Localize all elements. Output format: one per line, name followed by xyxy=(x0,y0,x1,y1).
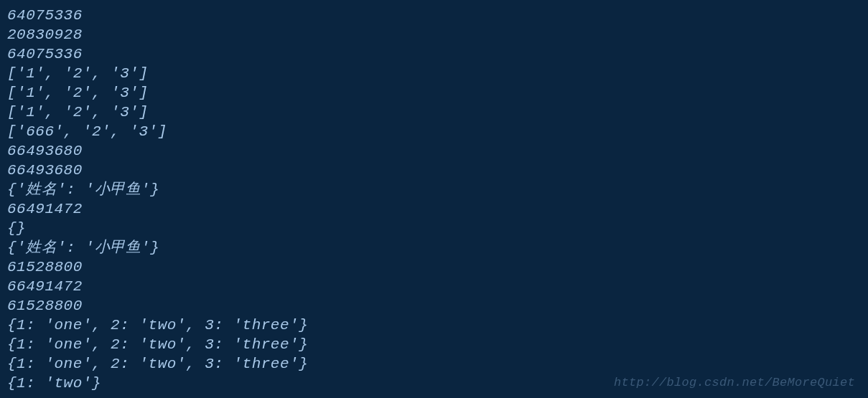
output-line: ['1', '2', '3'] xyxy=(7,83,861,103)
output-line: {'姓名': '小甲鱼'} xyxy=(7,238,861,257)
output-line: {'姓名': '小甲鱼'} xyxy=(7,180,861,199)
output-line: {1: 'one', 2: 'two', 3: 'three'} xyxy=(7,354,861,374)
output-line: 20830928 xyxy=(7,25,861,44)
watermark-text: http://blog.csdn.net/BeMoreQuiet xyxy=(614,376,855,389)
output-line: ['1', '2', '3'] xyxy=(7,64,861,83)
output-line: 61528800 xyxy=(7,296,861,316)
output-line: 61528800 xyxy=(7,257,861,277)
output-line: ['666', '2', '3'] xyxy=(7,122,861,141)
output-line: 64075336 xyxy=(7,6,861,25)
output-line: 66491472 xyxy=(7,199,861,219)
output-line: ['1', '2', '3'] xyxy=(7,103,861,122)
output-line: 64075336 xyxy=(7,44,861,64)
output-line: {} xyxy=(7,219,861,238)
output-line: 66493680 xyxy=(7,141,861,161)
output-line: 66493680 xyxy=(7,161,861,180)
output-line: {1: 'one', 2: 'two', 3: 'three'} xyxy=(7,316,861,335)
output-line: 66491472 xyxy=(7,277,861,296)
console-output: 64075336 20830928 64075336 ['1', '2', '3… xyxy=(7,6,861,393)
output-line: {1: 'one', 2: 'two', 3: 'three'} xyxy=(7,335,861,354)
